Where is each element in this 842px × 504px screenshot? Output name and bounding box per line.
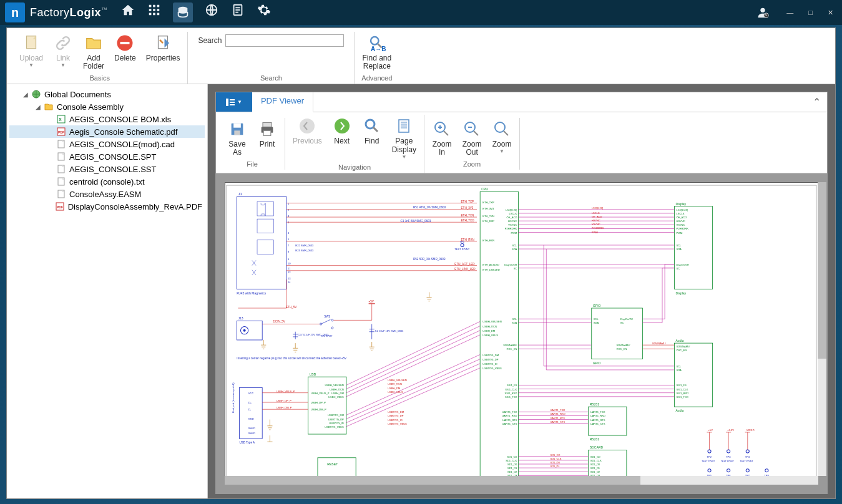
- find-button[interactable]: Find: [358, 115, 386, 147]
- svg-point-329: [746, 450, 749, 453]
- save-as-button[interactable]: Save As: [223, 118, 251, 158]
- delete-button[interactable]: Delete: [110, 32, 140, 64]
- svg-rect-301: [239, 387, 262, 439]
- upload-button[interactable]: Upload▼: [16, 32, 47, 69]
- page-display-button[interactable]: Page Display▼: [388, 115, 420, 160]
- svg-text:USBH_OCN: USBH_OCN: [330, 387, 344, 390]
- svg-text:SSI1_CLK: SSI1_CLK: [676, 387, 688, 390]
- svg-text:USBH_DM_P: USBH_DM_P: [277, 406, 292, 409]
- svg-text:8: 8: [288, 250, 290, 253]
- close-button[interactable]: ✕: [824, 7, 837, 18]
- tree-file-item[interactable]: centroid (console).txt: [9, 175, 205, 188]
- properties-button[interactable]: Properties: [142, 32, 184, 64]
- svg-point-339: [765, 468, 768, 472]
- svg-line-286: [346, 326, 480, 389]
- horizontal-scrollbar[interactable]: [225, 476, 818, 485]
- link-button[interactable]: Link▼: [49, 32, 77, 69]
- next-button[interactable]: Next: [328, 115, 356, 147]
- print-button[interactable]: Print: [253, 118, 281, 150]
- tree-file-item[interactable]: AEGIS_CONSOLE(mod).cad: [9, 138, 205, 150]
- svg-text:ETH_3V3: ETH_3V3: [461, 206, 474, 210]
- globe-icon[interactable]: [204, 2, 219, 17]
- previous-button[interactable]: Previous: [289, 115, 326, 147]
- svg-rect-41: [233, 124, 241, 128]
- svg-text:SDWNAMI#: SDWNAMI#: [617, 344, 631, 347]
- tree-file-item[interactable]: ConsoleAssy.EASM: [9, 188, 205, 200]
- tree-file-item[interactable]: PDFAegis_Console Schematic.pdf: [9, 125, 205, 138]
- settings-icon[interactable]: [257, 2, 272, 17]
- tree-file-item[interactable]: AEGIS_CONSOLE.SPT: [9, 150, 205, 163]
- svg-text:VSYNC: VSYNC: [508, 223, 517, 226]
- document-tree[interactable]: ◢ Global Documents ◢ Console Assembly XA…: [7, 84, 208, 498]
- svg-text:VSYNC: VSYNC: [676, 223, 685, 226]
- svg-text:USBH_DM: USBH_DM: [331, 391, 345, 394]
- zoom-in-button[interactable]: Zoom In: [428, 118, 456, 158]
- vertical-scrollbar[interactable]: [818, 182, 826, 477]
- svg-point-338: [746, 468, 749, 472]
- add-folder-button[interactable]: Add Folder: [79, 32, 108, 72]
- svg-text:R23  SMR_0603: R23 SMR_0603: [295, 249, 314, 252]
- schematic-diagram: J1 RJ45 with Magnetics 123: [225, 183, 818, 485]
- document-icon[interactable]: [230, 2, 245, 17]
- svg-text:UART1_CTS: UART1_CTS: [550, 420, 565, 423]
- svg-rect-4: [153, 9, 155, 11]
- svg-text:SD1_CD: SD1_CD: [550, 453, 560, 456]
- svg-rect-71: [257, 240, 274, 254]
- tree-file-item[interactable]: AEGIS_CONSOLE.SST: [9, 163, 205, 175]
- find-replace-button[interactable]: A→B Find and Replace: [358, 32, 395, 72]
- svg-text:USBOTG_ID: USBOTG_ID: [482, 362, 497, 366]
- svg-text:USBOTG_DP: USBOTG_DP: [388, 414, 403, 417]
- svg-text:P2HRDRK: P2HRDRK: [505, 227, 517, 230]
- svg-text:OE_ACD: OE_ACD: [507, 216, 517, 219]
- svg-point-255: [320, 323, 322, 325]
- svg-text:C2
10uF 16V
SMC_0805: C2 10uF 16V SMC_0805: [375, 329, 404, 332]
- svg-text:USBH_VBUS: USBH_VBUS: [328, 395, 344, 399]
- file-name: AEGIS_CONSOLE BOM.xls: [69, 115, 171, 124]
- file-name: AEGIS_CONSOLE(mod).cad: [69, 140, 175, 149]
- file-name: centroid (console).txt: [69, 177, 145, 187]
- svg-text:USBOTG_ID: USBOTG_ID: [388, 418, 403, 421]
- svg-text:SD1_CLK: SD1_CLK: [590, 459, 602, 462]
- svg-text:D-: D-: [248, 408, 252, 411]
- svg-text:UART1_RTS: UART1_RTS: [550, 416, 565, 419]
- svg-text:SHLD: SHLD: [248, 427, 255, 430]
- file-name: Aegis_Console Schematic.pdf: [69, 127, 177, 137]
- maximize-button[interactable]: □: [805, 7, 816, 18]
- svg-text:+3.3V: +3.3V: [727, 429, 734, 432]
- tree-folder[interactable]: ◢ Console Assembly: [9, 100, 205, 113]
- svg-text:13: 13: [288, 277, 291, 280]
- user-icon[interactable]: [755, 5, 770, 20]
- svg-text:ETH_TXP: ETH_TXP: [482, 200, 494, 203]
- svg-text:USB Type A: USB Type A: [239, 441, 255, 444]
- tree-root[interactable]: ◢ Global Documents: [9, 88, 205, 100]
- grid-icon[interactable]: [147, 2, 162, 17]
- ribbon-group-basics: Upload▼ Link▼ Add Folder Delete: [12, 32, 188, 84]
- view-mode-toggle[interactable]: ▼: [216, 92, 252, 112]
- zoom-dropdown-button[interactable]: Zoom▼: [488, 118, 516, 155]
- database-icon[interactable]: [173, 2, 193, 22]
- svg-text:LSCLK: LSCLK: [509, 212, 517, 215]
- file-name: DisplayConsoleAssembly_RevA.PDF: [68, 202, 202, 211]
- tab-pdf-viewer[interactable]: PDF Viewer: [252, 92, 313, 112]
- svg-text:OE_ACD: OE_ACD: [676, 216, 687, 219]
- svg-text:USBH_DP_P: USBH_DP_P: [311, 401, 326, 404]
- svg-text:Display: Display: [675, 291, 686, 294]
- zoom-out-button[interactable]: Zoom Out: [458, 118, 486, 158]
- svg-text:SSI1_CLK: SSI1_CLK: [505, 387, 517, 390]
- tree-file-item[interactable]: XAEGIS_CONSOLE BOM.xls: [9, 113, 205, 125]
- svg-text:GPIO: GPIO: [593, 361, 601, 365]
- minimize-button[interactable]: —: [783, 7, 797, 18]
- collapse-ribbon-button[interactable]: ⌃: [806, 92, 827, 112]
- svg-text:DispOn/Off: DispOn/Off: [620, 317, 634, 321]
- svg-text:LSCLK: LSCLK: [676, 212, 684, 215]
- svg-text:D+: D+: [248, 401, 252, 404]
- tree-file-item[interactable]: PDFDisplayConsoleAssembly_RevA.PDF: [9, 200, 205, 213]
- pdf-display-area[interactable]: J1 RJ45 with Magnetics 123: [216, 173, 827, 494]
- svg-text:SDWNAMI#: SDWNAMI#: [652, 342, 667, 345]
- search-input[interactable]: [225, 34, 344, 47]
- svg-text:Audio: Audio: [675, 339, 683, 342]
- svg-text:ETH_5V: ETH_5V: [286, 306, 297, 309]
- svg-rect-7: [153, 13, 155, 16]
- home-icon[interactable]: [120, 2, 135, 17]
- svg-text:UART1_RXD: UART1_RXD: [550, 412, 565, 415]
